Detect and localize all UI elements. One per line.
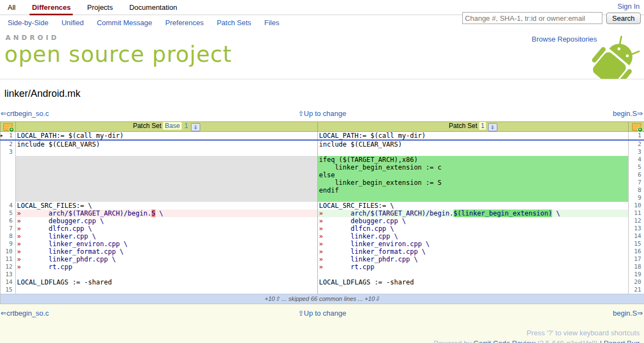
diff-right-code-line[interactable]: LOCAL_SRC_FILES:= \ — [318, 202, 629, 210]
diff-left-code-line — [16, 194, 318, 202]
version-text: (2.5-648-g3ed1fc0) — [537, 339, 598, 343]
expand-before-link[interactable]: +10⇧ — [265, 295, 280, 302]
keyboard-shortcut-hint: Press '?' to view keyboard shortcuts — [0, 329, 640, 337]
right-line-number: 7 — [629, 179, 644, 187]
diff-right-code-line[interactable] — [318, 286, 629, 294]
diff-left-code-line[interactable]: » linker_format.cpp \ — [16, 248, 318, 255]
left-line-number — [1, 171, 16, 179]
diff-left-code-line[interactable]: » rt.cpp — [16, 263, 318, 271]
diff-right-code-line[interactable]: ifeq ($(TARGET_ARCH),x86) — [318, 156, 629, 164]
search-button[interactable]: Search — [606, 13, 641, 24]
diff-right-code-line[interactable]: » linker_phdr.cpp \ — [318, 255, 629, 263]
subnav-link-preferences[interactable]: Preferences — [165, 19, 204, 27]
diff-right-code-line[interactable]: » linker_format.cpp \ — [318, 248, 629, 255]
diff-right-code-line[interactable]: LOCAL_LDFLAGS := -shared — [318, 278, 629, 286]
diff-left-code-line[interactable]: LOCAL_PATH:= $(call my-dir) — [16, 132, 318, 141]
sign-in-link[interactable]: Sign In — [618, 2, 640, 10]
right-line-number: 14 — [629, 232, 644, 240]
skipped-lines-text: ... skipped 66 common lines ... — [280, 295, 365, 302]
skipped-lines-row: +10⇧ ... skipped 66 common lines ... +10… — [1, 294, 644, 304]
add-file-comment-icon-left[interactable]: + — [3, 123, 13, 131]
bottom-area: ⇐crtbegin_so.c ⇧Up to change begin.S⇒ Pr… — [0, 304, 644, 343]
up-to-change-link[interactable]: ⇧Up to change — [298, 109, 346, 118]
diff-row: else6 — [1, 171, 644, 179]
add-file-comment-icon-right[interactable]: + — [632, 123, 641, 131]
diff-left-code-line[interactable] — [16, 271, 318, 278]
diff-right-code-line[interactable]: » debugger.cpp \ — [318, 217, 629, 225]
diff-right-code-line[interactable]: endif — [318, 187, 629, 194]
diff-row: 6» debugger.cpp \» debugger.cpp \12 — [1, 217, 644, 225]
right-line-number: 8 — [629, 187, 644, 194]
next-file-link-bottom[interactable]: begin.S⇒ — [613, 309, 643, 317]
diff-left-code-line[interactable]: LOCAL_SRC_FILES:= \ — [16, 202, 318, 210]
right-line-number: 6 — [629, 171, 644, 179]
topnav-tab-documentation[interactable]: Documentation — [129, 3, 177, 14]
patchset-1-link-left[interactable]: 1 — [183, 122, 189, 130]
corner-cell-right: + — [629, 122, 644, 132]
subnav-link-files[interactable]: Files — [264, 19, 279, 27]
left-line-number: 4 — [1, 202, 16, 210]
file-nav-top: ⇐crtbegin_so.c ⇧Up to change begin.S⇒ — [0, 107, 644, 120]
diff-right-code-line[interactable]: include $(CLEAR_VARS) — [318, 140, 629, 148]
diff-row: 8» linker.cpp \» linker.cpp \14 — [1, 232, 644, 240]
prev-file-link[interactable]: ⇐crtbegin_so.c — [1, 109, 49, 118]
diff-left-code-line[interactable]: » linker_environ.cpp \ — [16, 240, 318, 248]
gerrit-code-review-link[interactable]: Gerrit Code Review — [473, 339, 535, 343]
diff-right-code-line[interactable]: else — [318, 171, 629, 179]
diff-right-code-line[interactable]: » rt.cpp — [318, 263, 629, 271]
patchset-1-link-right[interactable]: 1 — [479, 122, 486, 130]
diff-left-code-line[interactable] — [16, 286, 318, 294]
corner-cell-left: + — [1, 122, 16, 132]
diff-row: 12» rt.cpp» rt.cpp18 — [1, 263, 644, 271]
diff-body: ▶1LOCAL_PATH:= $(call my-dir)LOCAL_PATH:… — [1, 132, 644, 304]
diff-row: 9» linker_environ.cpp \» linker_environ.… — [1, 240, 644, 248]
diff-left-code-line[interactable]: » arch/$(TARGET_ARCH)/begin.S \ — [16, 210, 318, 217]
subnav-link-patch-sets[interactable]: Patch Sets — [217, 19, 251, 27]
report-bug-link[interactable]: Report Bug — [604, 339, 640, 343]
left-line-number: 14 — [1, 278, 16, 286]
expand-after-link[interactable]: +10⇩ — [364, 295, 380, 302]
diff-left-code-line[interactable]: » linker_phdr.cpp \ — [16, 255, 318, 263]
diff-row: 1521 — [1, 286, 644, 294]
diff-right-code-line[interactable] — [318, 148, 629, 156]
diff-right-code-line[interactable]: linker_begin_extension := c — [318, 164, 629, 171]
diff-right-code-line[interactable] — [318, 271, 629, 278]
left-line-number: 5 — [1, 210, 16, 217]
next-file-link[interactable]: begin.S⇒ — [613, 109, 643, 118]
diff-left-code-line[interactable]: » linker.cpp \ — [16, 232, 318, 240]
diff-row: 9 — [1, 194, 644, 202]
prev-file-link-bottom[interactable]: ⇐crtbegin_so.c — [1, 309, 49, 317]
diff-right-code-line[interactable]: » dlfcn.cpp \ — [318, 225, 629, 232]
download-icon-left[interactable]: ⇓ — [191, 123, 200, 131]
diff-row: 33 — [1, 148, 644, 156]
diff-left-code-line[interactable]: LOCAL_LDFLAGS := -shared — [16, 278, 318, 286]
secondary-nav: Side-by-SideUnifiedCommit MessagePrefere… — [0, 15, 644, 30]
diff-right-code-line[interactable] — [318, 194, 629, 202]
diff-right-code-line[interactable]: linker_begin_extension := S — [318, 179, 629, 187]
right-line-number: 12 — [629, 217, 644, 225]
right-line-number: 4 — [629, 156, 644, 164]
topnav-tab-all[interactable]: All — [8, 3, 15, 14]
topnav-tab-projects[interactable]: Projects — [87, 3, 113, 14]
patchset-base-link[interactable]: Base — [163, 122, 181, 130]
diff-left-code-line — [16, 164, 318, 171]
subnav-link-side-by-side[interactable]: Side-by-Side — [8, 19, 48, 27]
download-icon-right[interactable]: ⇓ — [488, 123, 497, 131]
up-to-change-link-bottom[interactable]: ⇧Up to change — [298, 309, 346, 317]
diff-left-code-line[interactable] — [16, 148, 318, 156]
search-input[interactable] — [462, 12, 602, 24]
topnav-tab-differences[interactable]: Differences — [32, 3, 71, 14]
diff-left-code-line[interactable]: include $(CLEAR_VARS) — [16, 140, 318, 148]
left-line-number — [1, 179, 16, 187]
diff-right-code-line[interactable]: » linker.cpp \ — [318, 232, 629, 240]
diff-right-code-line[interactable]: LOCAL_PATH:= $(call my-dir) — [318, 132, 629, 141]
subnav-link-commit-message[interactable]: Commit Message — [97, 19, 152, 27]
diff-right-code-line[interactable]: » linker_environ.cpp \ — [318, 240, 629, 248]
left-line-number: 15 — [1, 286, 16, 294]
diff-left-code-line[interactable]: » dlfcn.cpp \ — [16, 225, 318, 232]
right-patchset-header: Patch Set 1 ⇓ — [318, 122, 629, 132]
diff-left-code-line[interactable]: » debugger.cpp \ — [16, 217, 318, 225]
left-line-number — [1, 156, 16, 164]
diff-right-code-line[interactable]: » arch/$(TARGET_ARCH)/begin.$(linker_beg… — [318, 210, 629, 217]
subnav-link-unified[interactable]: Unified — [61, 19, 83, 27]
